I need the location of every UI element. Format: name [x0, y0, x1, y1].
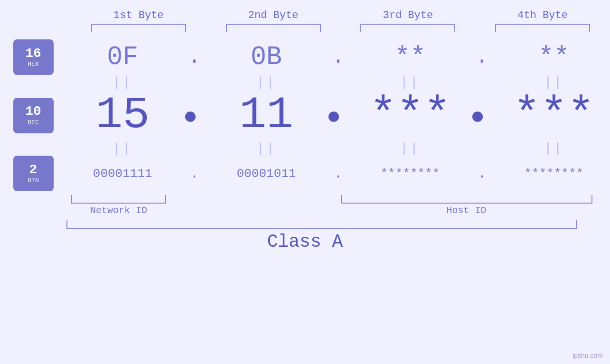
equals-row-2: || || || ||	[0, 141, 610, 156]
sep-space-1	[171, 195, 195, 204]
id-labels-row: Network ID Host ID	[0, 205, 610, 216]
bin-val-3: ********	[358, 167, 462, 181]
class-label: Class A	[0, 232, 610, 252]
network-id-label: Network ID	[66, 205, 171, 216]
eq-1-2: ||	[214, 75, 319, 90]
eq-2-1: ||	[70, 141, 175, 156]
eq-vals-2: || || || ||	[66, 141, 610, 156]
byte2-bracket-wrap	[195, 195, 299, 204]
host-bracket-wrap	[323, 195, 610, 204]
eq-vals-1: || || || ||	[66, 75, 610, 90]
bin-val-1: 00001111	[70, 167, 175, 181]
eq-1-4: ||	[502, 75, 606, 90]
hex-val-4: **	[502, 42, 606, 72]
dec-badge-col: 10 DEC	[0, 98, 66, 133]
hex-badge-base: HEX	[28, 61, 38, 68]
dec-row: 10 DEC 15 11 *** ***	[0, 90, 610, 141]
hex-row: 16 HEX 0F . 0B . ** . **	[0, 39, 610, 75]
dec-badge: 10 DEC	[13, 98, 54, 133]
bin-row: 2 BIN 00001111 . 00001011 . ******** . *…	[0, 156, 610, 191]
bracket-top-4	[495, 24, 590, 32]
sep-space-2	[299, 195, 323, 204]
eq-1-1: ||	[70, 75, 175, 90]
dec-dot-circle-1	[185, 112, 196, 122]
hex-val-3: **	[358, 42, 462, 72]
hex-val-2: 0B	[214, 42, 319, 72]
bracket-top-1	[91, 24, 186, 32]
host-id-label: Host ID	[323, 205, 610, 216]
equals-row-1: || || || ||	[0, 75, 610, 90]
top-brackets-row	[0, 24, 610, 32]
big-bracket	[66, 220, 577, 229]
network-bracket-wrap	[66, 195, 171, 204]
hex-badge-num: 16	[25, 47, 41, 61]
bottom-brackets-area	[0, 195, 610, 204]
bin-badge-col: 2 BIN	[0, 156, 66, 191]
byte-header-2: 2nd Byte	[209, 9, 338, 21]
bin-val-4: ********	[502, 167, 606, 181]
dec-val-2: 11	[214, 90, 319, 141]
network-bracket	[71, 195, 166, 204]
hex-badge-col: 16 HEX	[0, 39, 66, 75]
dec-val-1: 15	[70, 90, 175, 141]
eq-spacer-2	[0, 141, 66, 156]
big-bracket-row	[0, 220, 610, 229]
dec-val-4: ***	[502, 90, 606, 141]
eq-spacer-1	[0, 75, 66, 90]
bin-badge-num: 2	[29, 163, 38, 177]
bin-dot-3: .	[470, 166, 494, 182]
bracket-wrap-3	[344, 24, 472, 32]
hex-values: 0F . 0B . ** . **	[66, 42, 610, 72]
dec-dot-3	[470, 112, 494, 141]
host-bracket	[341, 195, 592, 204]
dec-val-3: ***	[358, 90, 462, 141]
bin-badge-base: BIN	[28, 177, 38, 184]
byte-header-1: 1st Byte	[75, 9, 203, 21]
bin-dot-1: .	[183, 166, 206, 182]
hex-val-1: 0F	[70, 42, 175, 72]
watermark: ipshu.com	[572, 352, 603, 359]
bracket-top-3	[360, 24, 455, 32]
byte-headers-row: 1st Byte 2nd Byte 3rd Byte 4th Byte	[0, 9, 610, 21]
bracket-wrap-4	[479, 24, 607, 32]
byte2-bracket	[199, 195, 294, 204]
hex-dot-1: .	[183, 45, 206, 69]
hex-dot-2: .	[326, 45, 350, 69]
bracket-top-2	[226, 24, 321, 32]
byte-header-4: 4th Byte	[479, 9, 607, 21]
eq-2-2: ||	[214, 141, 319, 156]
dec-dot-1	[183, 112, 206, 141]
dec-badge-num: 10	[25, 104, 41, 119]
hex-dot-3: .	[470, 45, 494, 69]
eq-1-3: ||	[358, 75, 462, 90]
bin-values: 00001111 . 00001011 . ******** . *******…	[66, 166, 610, 182]
dec-dot-2	[326, 112, 350, 141]
bin-val-2: 00001011	[214, 167, 319, 181]
dec-dot-circle-3	[472, 112, 483, 122]
byte-header-3: 3rd Byte	[344, 9, 472, 21]
eq-2-3: ||	[358, 141, 462, 156]
bracket-wrap-2	[209, 24, 338, 32]
bin-dot-2: .	[326, 166, 350, 182]
dec-dot-circle-2	[328, 112, 339, 122]
dec-badge-base: DEC	[28, 119, 38, 126]
dec-values: 15 11 *** ***	[66, 90, 610, 141]
eq-2-4: ||	[502, 141, 606, 156]
main-container: 1st Byte 2nd Byte 3rd Byte 4th Byte 16 H…	[0, 0, 610, 364]
bin-badge: 2 BIN	[13, 156, 54, 191]
hex-badge: 16 HEX	[13, 39, 54, 75]
bracket-wrap-1	[75, 24, 203, 32]
